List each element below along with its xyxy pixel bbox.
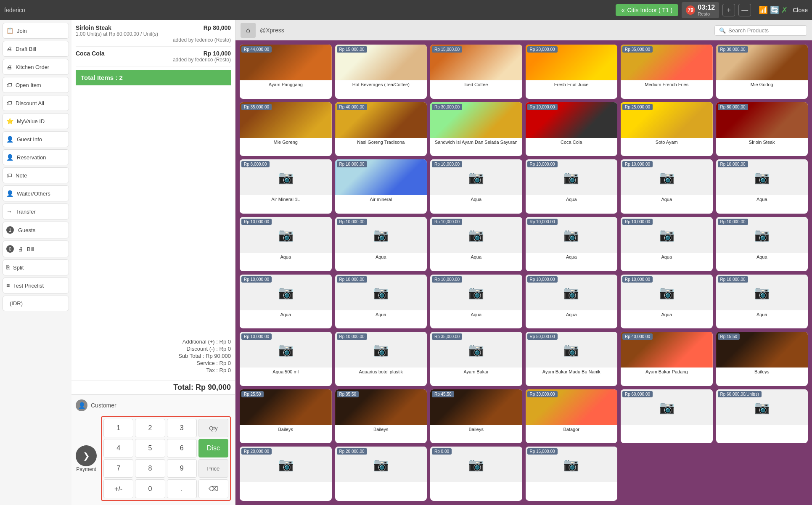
product-name: Aquarius botol plastik [335, 368, 427, 376]
product-card[interactable]: Rp 10,000.00 Air mineral [335, 159, 427, 214]
product-card[interactable]: Rp 10,000.00 📷 Aqua 500 ml [240, 332, 332, 386]
product-card[interactable]: Rp 10,000.00 📷 Aqua [621, 275, 713, 329]
product-card[interactable]: Rp 8,000.00 📷 Air Mineral 1L [240, 159, 332, 214]
sidebar-item-idr[interactable]: (IDR) [3, 296, 69, 311]
sidebar-item-split[interactable]: ⎘Split [3, 259, 69, 275]
sidebar-item-kitchen-order[interactable]: 🖨Kitchen Order [3, 59, 69, 75]
product-card[interactable]: Rp 10,000.00 📷 Aqua [430, 275, 522, 329]
product-card[interactable]: Rp 10,000.00 📷 Aqua [526, 159, 618, 214]
payment-button[interactable]: ❯ [76, 445, 97, 466]
order-summary: Additional (+) : Rp 0 Discount (-) : Rp … [71, 338, 235, 378]
sidebar-item-open-item[interactable]: 🏷Open Item [3, 77, 69, 93]
product-card[interactable]: Rp 25,000.00 Soto Ayam [621, 102, 713, 156]
sidebar-item-join[interactable]: 📋Join [3, 23, 69, 39]
product-card[interactable]: Rp 20,000.00 📷 [240, 447, 332, 501]
numpad-grid: 123Qty456Disc789Price+/-0.⌫ [101, 416, 231, 501]
product-card[interactable]: Rp 35,000.00 📷 Ayam Bakar [430, 332, 522, 386]
numpad-key-9[interactable]: 9 [167, 459, 197, 478]
product-card[interactable]: Rp 15.50 Baileys [716, 332, 808, 386]
remove-table-button[interactable]: — [738, 4, 751, 16]
numpad-key-5[interactable]: 5 [135, 439, 165, 457]
product-card[interactable]: Rp 10,000.00 📷 Aqua [335, 275, 427, 329]
product-card[interactable]: Rp 80,000.00 Sirloin Steak [716, 102, 808, 156]
sidebar-item-note[interactable]: 🏷Note [3, 167, 69, 183]
numpad-key-6[interactable]: 6 [167, 439, 197, 457]
product-card[interactable]: Rp 30,000.00 Mie Godog [716, 45, 808, 99]
numpad-key-0[interactable]: 0 [135, 479, 165, 498]
product-card[interactable]: Rp 10,000.00 📷 Aqua [716, 159, 808, 214]
product-card[interactable]: Rp 40,000.00 Nasi Goreng Tradisona [335, 102, 427, 156]
product-card[interactable]: Rp 20,000.00 Fresh Fruit Juice [526, 45, 618, 99]
product-name [335, 482, 427, 486]
product-card[interactable]: Rp 10,000.00 📷 Aqua [526, 275, 618, 329]
product-card[interactable]: Rp 10,000.00 📷 Aqua [621, 159, 713, 214]
product-name: Ayam Bakar Madu Bu Nanik [526, 368, 618, 376]
product-card[interactable]: Rp 10,000.00 📷 Aqua [335, 217, 427, 271]
product-card[interactable]: Rp 25.50 Baileys [240, 389, 332, 444]
product-name: Medium French Fries [621, 80, 713, 89]
table-button[interactable]: « Citis Indoor ( T1 ) [616, 4, 679, 16]
numpad-key-4[interactable]: 4 [103, 439, 133, 457]
sidebar-item-transfer[interactable]: →Transfer [3, 204, 69, 219]
home-button[interactable]: ⌂ [241, 23, 256, 38]
product-card[interactable]: Rp 40,000.00 Ayam Bakar Padang [621, 332, 713, 386]
sidebar-item-test-pricelist[interactable]: ≡Test Pricelist [3, 278, 69, 293]
numpad-key-3[interactable]: 3 [167, 419, 197, 437]
sidebar-item-bill[interactable]: 0🖨Bill [3, 241, 69, 257]
numpad-key-2[interactable]: 2 [135, 419, 165, 437]
product-card[interactable]: Rp 10,000.00 📷 Aqua [526, 217, 618, 271]
product-card[interactable]: Rp 30,000.00 Sandwich Isi Ayam Dan Selad… [430, 102, 522, 156]
product-card[interactable]: Rp 10,000.00 Coca Cola [526, 102, 618, 156]
product-card[interactable]: Rp 10,000.00 📷 Aqua [240, 275, 332, 329]
search-box: 🔍 [714, 25, 807, 36]
username-label: federico [4, 7, 25, 13]
numpad-key-8[interactable]: 8 [135, 459, 165, 478]
product-card[interactable]: Rp 50,000.00 📷 Ayam Bakar Madu Bu Nanik [526, 332, 618, 386]
product-card[interactable]: Rp 30,000.00 Batagor [526, 389, 618, 444]
product-card[interactable]: Rp 44,000.00 Ayam Panggang [240, 45, 332, 99]
product-card[interactable]: Rp 20,000.00 📷 [335, 447, 427, 501]
sidebar-item-draft-bill[interactable]: 🖨Draft Bill [3, 41, 69, 57]
close-button[interactable]: Close [793, 7, 808, 13]
product-card[interactable]: Rp 10,000.00 📷 Aquarius botol plastik [335, 332, 427, 386]
product-name: Aqua [621, 310, 713, 319]
add-table-button[interactable]: + [722, 4, 735, 16]
sidebar-item-guests[interactable]: 1Guests [3, 222, 69, 238]
sidebar-item-waiter-others[interactable]: 👤Waiter/Others [3, 185, 69, 201]
product-name: Aqua [526, 310, 618, 319]
product-card[interactable]: Rp 35,000.00 Medium French Fries [621, 45, 713, 99]
numpad-key-1[interactable]: 1 [103, 419, 133, 437]
sidebar-item-discount-all[interactable]: 🏷Discount All [3, 95, 69, 111]
order-item[interactable]: Sirloin Steak Rp 80,000 1.00 Unit(s) at … [76, 24, 231, 47]
sidebar-label: Bill [27, 246, 34, 252]
product-card[interactable]: Rp 15,000.00 Hot Beverages (Tea/Coffee) [335, 45, 427, 99]
sidebar-item-guest-info[interactable]: 👤Guest Info [3, 131, 69, 147]
product-card[interactable]: Rp 60,000.00 📷 [621, 389, 713, 444]
product-card[interactable]: Rp 35,000.00 Mie Goreng [240, 102, 332, 156]
product-card[interactable]: Rp 45.50 Baileys [430, 389, 522, 444]
sidebar-item-reservation[interactable]: 👤Reservation [3, 149, 69, 165]
product-card[interactable]: Rp 10,000.00 📷 Aqua [716, 275, 808, 329]
product-price: Rp 10,000.00 [718, 219, 748, 225]
sidebar-icon: 🏷 [6, 172, 12, 179]
product-card[interactable]: Rp 10,000.00 📷 Aqua [430, 217, 522, 271]
product-card[interactable]: Rp 35.50 Baileys [335, 389, 427, 444]
numpad-key-Disc[interactable]: Disc [198, 439, 228, 457]
product-card[interactable]: Rp 15,000.00 📷 [526, 447, 618, 501]
product-card[interactable]: Rp 60,000.00/Unit(s) 📷 [716, 389, 808, 444]
product-card[interactable]: Rp 10,000.00 📷 Aqua [430, 159, 522, 214]
sidebar-item-myvalue-id[interactable]: ⭐MyValue ID [3, 113, 69, 129]
numpad-key-Qty[interactable]: Qty [198, 419, 228, 437]
numpad-key-Price[interactable]: Price [198, 459, 228, 478]
product-card[interactable]: Rp 10,000.00 📷 Aqua [716, 217, 808, 271]
product-card[interactable]: Rp 15,000.00 Iced Coffee [430, 45, 522, 99]
search-input[interactable] [728, 27, 802, 34]
product-card[interactable]: Rp 10,000.00 📷 Aqua [621, 217, 713, 271]
numpad-key-[interactable]: . [167, 479, 197, 498]
order-item[interactable]: Coca Cola Rp 10,000 added by federico (R… [76, 50, 231, 66]
numpad-key-[interactable]: ⌫ [198, 479, 228, 498]
product-card[interactable]: Rp 0.00 📷 [430, 447, 522, 501]
product-card[interactable]: Rp 10,000.00 📷 Aqua [240, 217, 332, 271]
numpad-key-[interactable]: +/- [103, 479, 133, 498]
numpad-key-7[interactable]: 7 [103, 459, 133, 478]
